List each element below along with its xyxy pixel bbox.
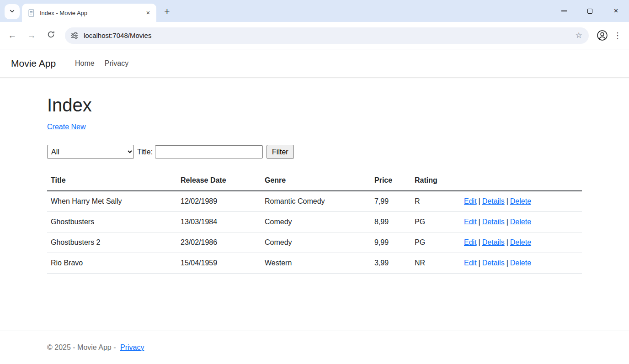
tab-close-button[interactable]: × (144, 8, 153, 17)
table-row: Rio Bravo 15/04/1959 Western 3,99 NR Edi… (47, 253, 582, 274)
filter-button[interactable]: Filter (267, 145, 294, 159)
details-link[interactable]: Details (482, 259, 505, 267)
nav-link-home[interactable]: Home (75, 59, 95, 68)
action-separator: | (479, 259, 480, 267)
footer-text: © 2025 - Movie App - (47, 343, 116, 351)
edit-link[interactable]: Edit (464, 197, 477, 205)
title-filter-input[interactable] (155, 145, 263, 158)
delete-link[interactable]: Delete (510, 197, 531, 205)
bookmark-star-icon[interactable]: ☆ (572, 29, 585, 42)
movie-title-cell: When Harry Met Sally (47, 191, 177, 212)
nav-link-privacy[interactable]: Privacy (105, 59, 128, 68)
details-link[interactable]: Details (482, 238, 505, 246)
site-footer: © 2025 - Movie App - Privacy (0, 331, 629, 364)
brand-link[interactable]: Movie App (11, 58, 56, 69)
reload-icon (47, 31, 55, 41)
movie-title-cell: Ghostbusters (47, 212, 177, 232)
table-row: When Harry Met Sally 12/02/1989 Romantic… (47, 191, 582, 212)
movie-title-cell: Ghostbusters 2 (47, 232, 177, 253)
page-title: Index (47, 95, 582, 116)
header-title: Title (47, 172, 177, 191)
action-separator: | (479, 238, 480, 246)
genre-cell: Romantic Comedy (261, 191, 371, 212)
table-header-row: Title Release Date Genre Price Rating (47, 172, 582, 191)
release-date-cell: 12/02/1989 (177, 191, 261, 212)
tab-search-button[interactable] (5, 4, 20, 19)
browser-toolbar: ← → localhost:7048/Movies ☆ ⋮ (0, 22, 629, 49)
main-content: Index Create New All Title: Filter Title… (47, 78, 582, 274)
header-rating: Rating (411, 172, 460, 191)
price-cell: 7,99 (371, 191, 411, 212)
tab-title: Index - Movie App (40, 10, 144, 16)
edit-link[interactable]: Edit (464, 218, 477, 226)
header-release-date: Release Date (177, 172, 261, 191)
delete-link[interactable]: Delete (510, 238, 531, 246)
genre-cell: Comedy (261, 212, 371, 232)
action-separator: | (479, 218, 480, 226)
delete-link[interactable]: Delete (510, 218, 531, 226)
window-minimize-button[interactable] (551, 0, 577, 22)
price-cell: 3,99 (371, 253, 411, 274)
price-cell: 9,99 (371, 232, 411, 253)
actions-cell: Edit|Details|Delete (460, 232, 582, 253)
window-controls: × (551, 0, 629, 22)
forward-button[interactable]: → (24, 28, 39, 43)
maximize-icon (587, 9, 592, 14)
new-tab-button[interactable]: + (161, 5, 173, 17)
table-row: Ghostbusters 13/03/1984 Comedy 8,99 PG E… (47, 212, 582, 232)
delete-link[interactable]: Delete (510, 259, 531, 267)
release-date-cell: 23/02/1986 (177, 232, 261, 253)
page-favicon-icon (27, 9, 35, 17)
actions-cell: Edit|Details|Delete (460, 253, 582, 274)
url-text[interactable]: localhost:7048/Movies (84, 32, 572, 39)
genre-cell: Comedy (261, 232, 371, 253)
action-separator: | (506, 218, 508, 226)
header-actions (460, 172, 582, 191)
rating-cell: NR (411, 253, 460, 274)
details-link[interactable]: Details (482, 218, 505, 226)
table-body: When Harry Met Sally 12/02/1989 Romantic… (47, 191, 582, 274)
footer-privacy-link[interactable]: Privacy (120, 343, 144, 351)
site-info-icon[interactable] (70, 32, 78, 39)
window-maximize-button[interactable] (577, 0, 603, 22)
header-price: Price (371, 172, 411, 191)
browser-tab-strip: Index - Movie App × + × (0, 0, 629, 22)
minimize-icon (561, 11, 567, 11)
release-date-cell: 13/03/1984 (177, 212, 261, 232)
header-genre: Genre (261, 172, 371, 191)
genre-cell: Western (261, 253, 371, 274)
action-separator: | (506, 197, 508, 205)
window-close-button[interactable]: × (603, 0, 629, 22)
back-button[interactable]: ← (5, 28, 20, 43)
rating-cell: PG (411, 232, 460, 253)
profile-icon[interactable] (593, 27, 611, 44)
table-row: Ghostbusters 2 23/02/1986 Comedy 9,99 PG… (47, 232, 582, 253)
action-separator: | (479, 197, 480, 205)
create-new-link[interactable]: Create New (47, 123, 85, 131)
genre-select[interactable]: All (47, 145, 134, 159)
movie-title-cell: Rio Bravo (47, 253, 177, 274)
release-date-cell: 15/04/1959 (177, 253, 261, 274)
actions-cell: Edit|Details|Delete (460, 212, 582, 232)
edit-link[interactable]: Edit (464, 259, 477, 267)
action-separator: | (506, 259, 508, 267)
edit-link[interactable]: Edit (464, 238, 477, 246)
action-separator: | (506, 238, 508, 246)
title-filter-label: Title: (137, 148, 153, 156)
actions-cell: Edit|Details|Delete (460, 191, 582, 212)
menu-kebab-icon[interactable]: ⋮ (611, 27, 624, 44)
page-viewport: Movie App Home Privacy Index Create New … (0, 49, 629, 364)
browser-tab[interactable]: Index - Movie App × (22, 4, 156, 22)
chevron-down-icon (9, 8, 15, 16)
details-link[interactable]: Details (482, 197, 505, 205)
address-bar[interactable]: localhost:7048/Movies ☆ (65, 27, 589, 44)
rating-cell: R (411, 191, 460, 212)
site-navbar: Movie App Home Privacy (0, 49, 629, 78)
footer-inner: © 2025 - Movie App - Privacy (47, 331, 582, 364)
rating-cell: PG (411, 212, 460, 232)
table-header: Title Release Date Genre Price Rating (47, 172, 582, 191)
reload-button[interactable] (43, 28, 59, 43)
price-cell: 8,99 (371, 212, 411, 232)
filter-form: All Title: Filter (47, 145, 582, 159)
movies-table: Title Release Date Genre Price Rating Wh… (47, 172, 582, 274)
